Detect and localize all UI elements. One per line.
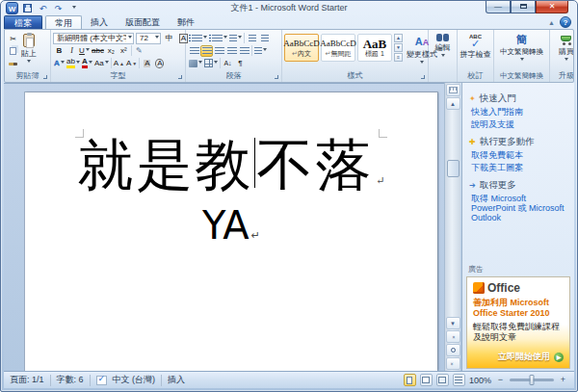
proofing-status-icon[interactable] (96, 376, 107, 385)
sort-button[interactable]: A↓ (222, 58, 234, 69)
help-button[interactable]: ? (560, 16, 571, 28)
style-normal[interactable]: AaBbCcD ↵內文 (284, 34, 319, 62)
styles-scroll-up-button[interactable]: ▲ (394, 34, 403, 42)
italic-button[interactable]: I (66, 45, 78, 57)
borders-button[interactable] (203, 58, 219, 69)
align-left-button[interactable] (188, 45, 200, 57)
underline-button[interactable]: U (78, 45, 91, 57)
styles-more-button[interactable]: ≡ (394, 53, 403, 62)
ad-box[interactable]: Office 善加利用 Microsoft Office Starter 201… (466, 276, 570, 369)
show-marks-button[interactable]: ¶ (234, 58, 247, 69)
document-content[interactable]: 就是教不落↵ YA↵ (25, 135, 437, 247)
scroll-down-button[interactable]: ▼ (446, 317, 460, 329)
chinese-conversion-button[interactable]: 簡 中文繁簡轉換 (498, 32, 545, 63)
page-count-indicator[interactable]: 頁面: 1/1 (10, 374, 44, 386)
document-page[interactable]: 就是教不落↵ YA↵ (25, 92, 437, 371)
enclose-characters-button[interactable]: A (153, 58, 166, 69)
scroll-up-button[interactable]: ▲ (446, 97, 460, 110)
close-button[interactable]: ✕ (536, 1, 568, 13)
style-heading-1[interactable]: AaB 標題 1 (357, 34, 392, 62)
tab-mailings[interactable]: 郵件 (169, 16, 203, 29)
styles-dialog-launcher[interactable] (419, 73, 426, 80)
shading-button[interactable] (188, 58, 203, 69)
copy-button[interactable] (7, 45, 19, 57)
align-right-button[interactable] (213, 45, 225, 57)
vertical-scrollbar[interactable]: ▲ ▼ » » (444, 83, 460, 371)
line-spacing-button[interactable] (253, 45, 268, 57)
font-dialog-launcher[interactable] (176, 73, 183, 80)
maximize-button[interactable] (511, 1, 536, 13)
editing-button[interactable]: 編輯 (434, 32, 453, 59)
style-no-spacing[interactable]: AaBbCcD ↵無間距 (321, 34, 355, 62)
insert-mode-indicator[interactable]: 插入 (168, 374, 185, 386)
browse-object-button[interactable] (446, 344, 460, 356)
ribbon-collapse-icon[interactable]: ▲ (548, 19, 555, 26)
tab-file[interactable]: 檔案 (4, 15, 42, 29)
redo-button[interactable]: ↷ (52, 3, 65, 14)
scrollbar-track[interactable] (446, 110, 460, 316)
title-bar[interactable]: W ↶ ↷ 文件1 - Microsoft Word Starter — ✕ (1, 1, 577, 15)
full-screen-reading-view-button[interactable] (420, 374, 433, 386)
grow-font-button[interactable]: A▲ (113, 58, 125, 69)
word-count-indicator[interactable]: 字數: 6 (57, 374, 84, 386)
phonetic-guide-button[interactable]: 中 (163, 33, 175, 44)
font-color-button[interactable]: A (81, 58, 93, 69)
highlight-button[interactable]: ab (66, 58, 81, 69)
zoom-slider-thumb[interactable] (530, 375, 535, 385)
link-help-and-support[interactable]: 說明及支援 (471, 119, 569, 130)
previous-page-button[interactable]: » (446, 330, 460, 343)
save-button[interactable] (21, 3, 34, 14)
zoom-out-button[interactable]: − (495, 375, 506, 385)
ruler-toggle-button[interactable] (446, 84, 460, 96)
word-logo-icon[interactable]: W (6, 2, 18, 14)
numbering-button[interactable] (208, 33, 228, 44)
superscript-button[interactable]: x² (118, 45, 130, 57)
draft-view-button[interactable] (453, 374, 465, 386)
font-name-combo[interactable]: 新細明體 (本文中文字型) (53, 33, 134, 44)
paste-button[interactable]: 貼上 (19, 32, 39, 65)
link-clip-art[interactable]: 下載美工圖案 (471, 163, 569, 173)
link-free-templates[interactable]: 取得免費範本 (471, 150, 569, 161)
tab-home[interactable]: 常用 (45, 15, 82, 29)
bold-button[interactable]: B (53, 45, 66, 57)
document-line-2[interactable]: YA↵ (25, 204, 437, 247)
ad-cta-button[interactable]: 立即開始使用 ▶ (467, 343, 569, 368)
increase-indent-button[interactable] (258, 33, 271, 44)
next-page-button[interactable]: » (446, 357, 460, 370)
clipboard-dialog-launcher[interactable] (41, 73, 48, 80)
language-indicator[interactable]: 中文 (台灣) (113, 374, 156, 386)
justify-button[interactable] (225, 45, 238, 57)
clear-formatting-button[interactable]: ✎ (133, 45, 145, 57)
purchase-button[interactable]: 購買 (557, 32, 574, 63)
strikethrough-button[interactable]: abc (91, 45, 105, 57)
web-layout-view-button[interactable] (436, 374, 449, 386)
distribute-button[interactable] (238, 45, 250, 57)
document-line-1[interactable]: 就是教不落↵ (25, 135, 437, 196)
bullets-button[interactable] (188, 33, 208, 44)
minimize-button[interactable]: — (486, 1, 511, 13)
align-center-button[interactable] (200, 45, 213, 57)
styles-scroll-down-button[interactable]: ▼ (394, 43, 403, 52)
cut-button[interactable]: ✂ (7, 33, 19, 44)
change-case-button[interactable]: Aa (93, 58, 110, 69)
paragraph-dialog-launcher[interactable] (273, 73, 279, 80)
zoom-slider[interactable] (510, 379, 554, 381)
format-painter-button[interactable] (7, 58, 19, 69)
print-layout-view-button[interactable] (404, 374, 416, 386)
tab-insert[interactable]: 插入 (82, 16, 117, 29)
decrease-indent-button[interactable] (246, 33, 258, 44)
qat-customize-button[interactable] (67, 3, 80, 14)
scrollbar-thumb[interactable] (447, 160, 460, 177)
spelling-button[interactable]: ABC✓ 拼字檢查 (459, 32, 493, 60)
link-quick-start-guide[interactable]: 快速入門指南 (471, 107, 569, 118)
zoom-in-button[interactable]: + (558, 375, 568, 385)
zoom-level-indicator[interactable]: 100% (469, 376, 491, 385)
tab-page-layout[interactable]: 版面配置 (117, 16, 169, 29)
shrink-font-button[interactable]: A▼ (125, 58, 138, 69)
character-shading-button[interactable]: A (141, 58, 153, 69)
font-size-combo[interactable]: 72 (136, 33, 161, 44)
subscript-button[interactable]: x₂ (105, 45, 118, 57)
text-effects-button[interactable]: A (53, 58, 66, 69)
multilevel-list-button[interactable] (228, 33, 243, 44)
link-get-powerpoint-outlook[interactable]: 取得 Microsoft PowerPoint 或 Microsoft Outl… (471, 194, 569, 222)
